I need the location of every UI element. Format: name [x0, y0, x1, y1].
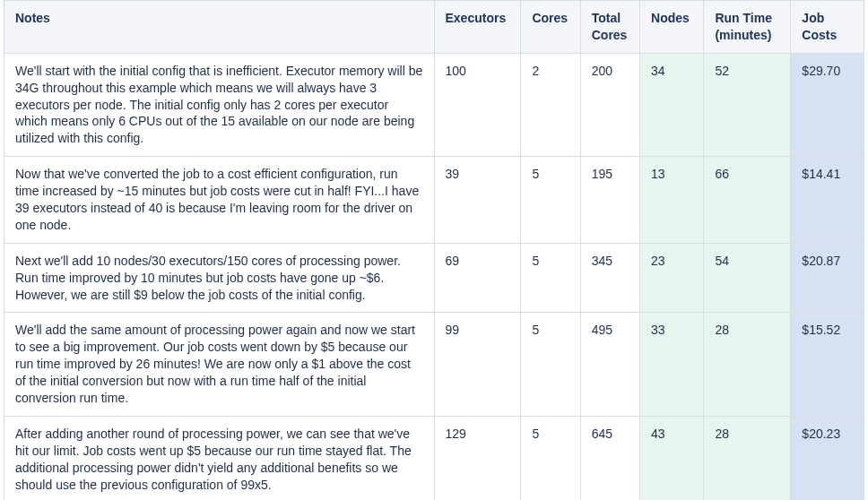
cell-executors: 129 [434, 416, 521, 500]
cell-executors: 99 [434, 313, 521, 416]
cell-costs: $20.87 [791, 243, 864, 313]
col-header-notes: Notes [4, 1, 435, 54]
cell-tcores: 345 [580, 243, 639, 313]
col-header-cores: Cores [521, 1, 580, 54]
table-header-row: Notes Executors Cores Total Cores Nodes … [4, 1, 864, 54]
table-row: Now that we've converted the job to a co… [4, 157, 864, 244]
cell-tcores: 645 [580, 416, 639, 500]
cell-notes: We'll add the same amount of processing … [4, 313, 435, 416]
cell-notes: Now that we've converted the job to a co… [4, 157, 435, 244]
cell-cores: 2 [521, 53, 580, 156]
cell-nodes: 23 [640, 243, 704, 313]
cell-costs: $29.70 [791, 53, 864, 156]
col-header-runtime: Run Time (minutes) [704, 1, 791, 54]
cell-runtime: 28 [704, 416, 791, 500]
cell-nodes: 34 [640, 53, 704, 156]
cell-tcores: 495 [580, 313, 639, 416]
config-comparison-table: Notes Executors Cores Total Cores Nodes … [4, 0, 864, 500]
cell-runtime: 54 [704, 243, 791, 313]
cell-runtime: 28 [704, 313, 791, 416]
cell-tcores: 195 [580, 157, 639, 244]
cell-nodes: 43 [640, 416, 704, 500]
cell-executors: 39 [434, 157, 521, 244]
cell-nodes: 13 [640, 157, 704, 244]
col-header-nodes: Nodes [640, 1, 704, 54]
cell-executors: 100 [434, 53, 521, 156]
cell-nodes: 33 [640, 313, 704, 416]
cell-executors: 69 [434, 243, 521, 313]
cell-tcores: 200 [580, 53, 639, 156]
cell-cores: 5 [521, 313, 580, 416]
cell-notes: We'll start with the initial config that… [4, 53, 435, 156]
cell-cores: 5 [521, 243, 580, 313]
cell-costs: $20.23 [791, 416, 864, 500]
cell-cores: 5 [521, 157, 580, 244]
cell-costs: $15.52 [791, 313, 864, 416]
cell-runtime: 66 [704, 157, 791, 244]
table-row: We'll start with the initial config that… [4, 53, 864, 156]
col-header-tcores: Total Cores [580, 1, 639, 54]
cell-notes: After adding another round of processing… [4, 416, 435, 500]
cell-cores: 5 [521, 416, 580, 500]
cell-costs: $14.41 [791, 157, 864, 244]
cell-runtime: 52 [704, 53, 791, 156]
cell-notes: Next we'll add 10 nodes/30 executors/150… [4, 243, 435, 313]
col-header-costs: Job Costs [791, 1, 864, 54]
col-header-executors: Executors [434, 1, 521, 54]
table-row: After adding another round of processing… [4, 416, 864, 500]
table-row: Next we'll add 10 nodes/30 executors/150… [4, 243, 864, 313]
table-row: We'll add the same amount of processing … [4, 313, 864, 416]
